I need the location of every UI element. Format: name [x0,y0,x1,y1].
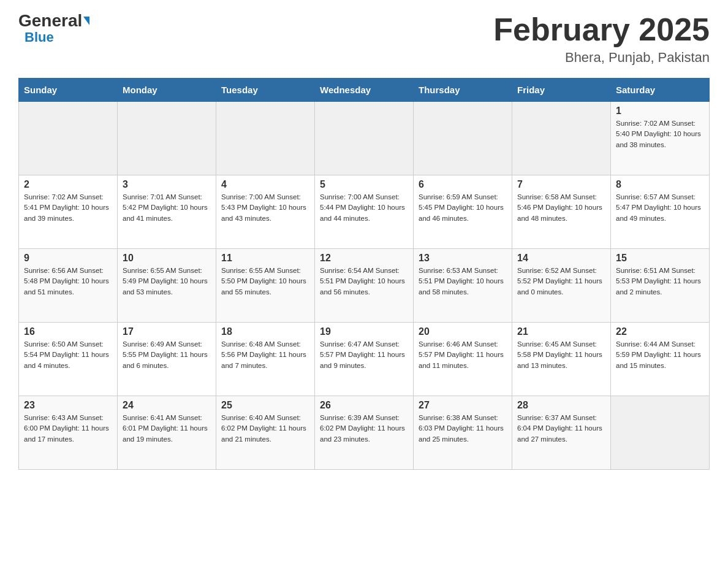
day-number: 4 [221,179,309,190]
table-row: 10Sunrise: 6:55 AM Sunset: 5:49 PM Dayli… [118,249,216,323]
day-info: Sunrise: 6:52 AM Sunset: 5:52 PM Dayligh… [517,266,605,297]
table-row: 15Sunrise: 6:51 AM Sunset: 5:53 PM Dayli… [611,249,710,323]
day-number: 8 [616,179,704,190]
logo-triangle-icon [83,17,89,25]
table-row [216,102,315,175]
calendar-week-row: 1Sunrise: 7:02 AM Sunset: 5:40 PM Daylig… [19,102,710,175]
calendar-table: Sunday Monday Tuesday Wednesday Thursday… [18,78,710,470]
day-number: 11 [221,253,309,264]
day-number: 23 [24,400,112,411]
table-row: 26Sunrise: 6:39 AM Sunset: 6:02 PM Dayli… [315,396,414,470]
day-number: 10 [123,253,211,264]
table-row: 5Sunrise: 7:00 AM Sunset: 5:44 PM Daylig… [315,175,414,249]
day-info: Sunrise: 7:02 AM Sunset: 5:41 PM Dayligh… [24,192,112,224]
day-number: 17 [123,326,211,337]
calendar-week-row: 9Sunrise: 6:56 AM Sunset: 5:48 PM Daylig… [19,249,710,323]
day-info: Sunrise: 6:47 AM Sunset: 5:57 PM Dayligh… [320,339,408,371]
day-number: 12 [320,253,408,264]
calendar-header-row: Sunday Monday Tuesday Wednesday Thursday… [19,79,710,102]
day-info: Sunrise: 6:46 AM Sunset: 5:57 PM Dayligh… [419,339,507,371]
day-number: 14 [517,253,605,264]
table-row: 23Sunrise: 6:43 AM Sunset: 6:00 PM Dayli… [19,396,118,470]
day-info: Sunrise: 6:57 AM Sunset: 5:47 PM Dayligh… [616,192,704,224]
title-section: February 2025 Bhera, Punjab, Pakistan [493,12,710,66]
day-number: 26 [320,400,408,411]
table-row [315,102,414,175]
table-row: 6Sunrise: 6:59 AM Sunset: 5:45 PM Daylig… [414,175,512,249]
day-number: 22 [616,326,704,337]
day-number: 9 [24,253,112,264]
logo-blue-text: Blue [25,29,54,45]
table-row: 16Sunrise: 6:50 AM Sunset: 5:54 PM Dayli… [19,323,118,396]
header-wednesday: Wednesday [315,79,414,102]
day-number: 28 [517,400,605,411]
header-sunday: Sunday [19,79,118,102]
day-info: Sunrise: 6:56 AM Sunset: 5:48 PM Dayligh… [24,266,112,297]
table-row: 19Sunrise: 6:47 AM Sunset: 5:57 PM Dayli… [315,323,414,396]
table-row: 17Sunrise: 6:49 AM Sunset: 5:55 PM Dayli… [118,323,216,396]
table-row: 20Sunrise: 6:46 AM Sunset: 5:57 PM Dayli… [414,323,512,396]
logo: General Blue [18,12,89,45]
table-row: 27Sunrise: 6:38 AM Sunset: 6:03 PM Dayli… [414,396,512,470]
day-number: 24 [123,400,211,411]
day-number: 6 [419,179,507,190]
table-row: 11Sunrise: 6:55 AM Sunset: 5:50 PM Dayli… [216,249,315,323]
day-info: Sunrise: 6:55 AM Sunset: 5:49 PM Dayligh… [123,266,211,297]
header-friday: Friday [512,79,611,102]
table-row: 4Sunrise: 7:00 AM Sunset: 5:43 PM Daylig… [216,175,315,249]
day-number: 7 [517,179,605,190]
day-info: Sunrise: 6:37 AM Sunset: 6:04 PM Dayligh… [517,413,605,445]
calendar-week-row: 23Sunrise: 6:43 AM Sunset: 6:00 PM Dayli… [19,396,710,470]
logo-general-text: General [18,12,89,29]
day-info: Sunrise: 6:48 AM Sunset: 5:56 PM Dayligh… [221,339,309,371]
table-row: 2Sunrise: 7:02 AM Sunset: 5:41 PM Daylig… [19,175,118,249]
day-number: 15 [616,253,704,264]
header-tuesday: Tuesday [216,79,315,102]
day-info: Sunrise: 6:51 AM Sunset: 5:53 PM Dayligh… [616,266,704,297]
day-number: 25 [221,400,309,411]
table-row [19,102,118,175]
day-number: 18 [221,326,309,337]
day-info: Sunrise: 6:53 AM Sunset: 5:51 PM Dayligh… [419,266,507,297]
day-number: 19 [320,326,408,337]
day-info: Sunrise: 7:00 AM Sunset: 5:44 PM Dayligh… [320,192,408,224]
day-info: Sunrise: 6:50 AM Sunset: 5:54 PM Dayligh… [24,339,112,371]
table-row: 3Sunrise: 7:01 AM Sunset: 5:42 PM Daylig… [118,175,216,249]
calendar-week-row: 2Sunrise: 7:02 AM Sunset: 5:41 PM Daylig… [19,175,710,249]
table-row: 28Sunrise: 6:37 AM Sunset: 6:04 PM Dayli… [512,396,611,470]
table-row: 14Sunrise: 6:52 AM Sunset: 5:52 PM Dayli… [512,249,611,323]
day-info: Sunrise: 6:43 AM Sunset: 6:00 PM Dayligh… [24,413,112,445]
table-row: 24Sunrise: 6:41 AM Sunset: 6:01 PM Dayli… [118,396,216,470]
day-info: Sunrise: 6:41 AM Sunset: 6:01 PM Dayligh… [123,413,211,445]
day-info: Sunrise: 6:55 AM Sunset: 5:50 PM Dayligh… [221,266,309,297]
day-number: 27 [419,400,507,411]
day-info: Sunrise: 7:01 AM Sunset: 5:42 PM Dayligh… [123,192,211,224]
table-row: 18Sunrise: 6:48 AM Sunset: 5:56 PM Dayli… [216,323,315,396]
day-number: 21 [517,326,605,337]
day-info: Sunrise: 7:00 AM Sunset: 5:43 PM Dayligh… [221,192,309,224]
day-info: Sunrise: 6:59 AM Sunset: 5:45 PM Dayligh… [419,192,507,224]
day-info: Sunrise: 6:45 AM Sunset: 5:58 PM Dayligh… [517,339,605,371]
day-number: 16 [24,326,112,337]
table-row [512,102,611,175]
day-info: Sunrise: 6:39 AM Sunset: 6:02 PM Dayligh… [320,413,408,445]
table-row: 1Sunrise: 7:02 AM Sunset: 5:40 PM Daylig… [611,102,710,175]
header-saturday: Saturday [611,79,710,102]
table-row: 22Sunrise: 6:44 AM Sunset: 5:59 PM Dayli… [611,323,710,396]
header-monday: Monday [118,79,216,102]
day-info: Sunrise: 6:58 AM Sunset: 5:46 PM Dayligh… [517,192,605,224]
table-row: 21Sunrise: 6:45 AM Sunset: 5:58 PM Dayli… [512,323,611,396]
day-info: Sunrise: 6:54 AM Sunset: 5:51 PM Dayligh… [320,266,408,297]
table-row: 7Sunrise: 6:58 AM Sunset: 5:46 PM Daylig… [512,175,611,249]
day-info: Sunrise: 6:49 AM Sunset: 5:55 PM Dayligh… [123,339,211,371]
table-row [118,102,216,175]
table-row: 25Sunrise: 6:40 AM Sunset: 6:02 PM Dayli… [216,396,315,470]
calendar-week-row: 16Sunrise: 6:50 AM Sunset: 5:54 PM Dayli… [19,323,710,396]
day-number: 1 [616,105,704,117]
header-thursday: Thursday [414,79,512,102]
table-row: 9Sunrise: 6:56 AM Sunset: 5:48 PM Daylig… [19,249,118,323]
day-number: 13 [419,253,507,264]
table-row: 13Sunrise: 6:53 AM Sunset: 5:51 PM Dayli… [414,249,512,323]
table-row [414,102,512,175]
location-subtitle: Bhera, Punjab, Pakistan [493,50,710,66]
